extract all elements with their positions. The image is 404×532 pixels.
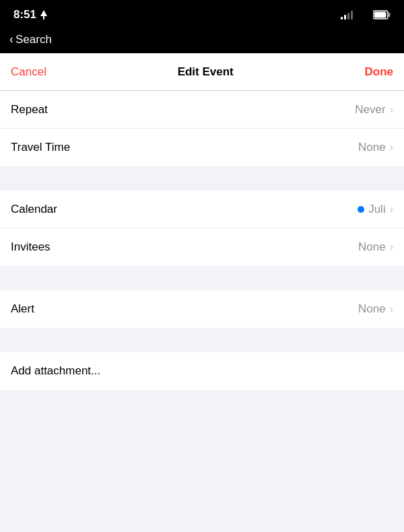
repeat-label: Repeat [11,103,48,117]
section-divider-2 [0,266,404,290]
repeat-chevron-icon: › [390,104,393,116]
calendar-chevron-icon: › [390,203,393,215]
alert-chevron-icon: › [390,303,393,315]
status-time: 8:51 [13,8,48,22]
svg-rect-1 [389,13,391,17]
repeat-value: Never › [355,103,393,117]
done-button[interactable]: Done [364,65,393,79]
alert-label: Alert [11,302,34,316]
section-alert: Alert None › [0,290,404,328]
section-divider-1 [0,166,404,191]
section-add-attachment: Add attachment... [0,352,404,390]
calendar-row[interactable]: Calendar Juli › [0,191,404,228]
alert-row[interactable]: Alert None › [0,290,404,328]
travel-time-label: Travel Time [11,141,70,154]
invitees-label: Invitees [11,240,50,254]
svg-rect-2 [374,12,386,18]
back-navigation[interactable]: ‹ Search [0,30,404,53]
signal-bars-icon [341,10,353,20]
section-calendar-invitees: Calendar Juli › Invitees None › [0,191,404,266]
invitees-row[interactable]: Invitees None › [0,228,404,266]
section-divider-3 [0,328,404,352]
back-label: Search [15,33,52,46]
status-icons [341,10,391,20]
cancel-button[interactable]: Cancel [11,65,46,79]
invitees-chevron-icon: › [390,241,393,253]
status-bar: 8:51 [0,0,404,30]
alert-value: None › [358,302,393,316]
travel-time-value: None › [358,141,393,154]
back-chevron-icon: ‹ [9,32,13,46]
calendar-value: Juli › [358,203,393,216]
travel-time-row[interactable]: Travel Time None › [0,129,404,166]
navigation-bar: Cancel Edit Event Done [0,53,404,91]
repeat-row[interactable]: Repeat Never › [0,91,404,129]
back-button[interactable]: ‹ Search [9,32,52,46]
section-repeat-travel: Repeat Never › Travel Time None › [0,91,404,166]
calendar-label: Calendar [11,203,57,216]
page-title: Edit Event [178,65,234,79]
invitees-value: None › [358,240,393,254]
add-attachment-label: Add attachment... [11,364,100,378]
calendar-color-dot [358,206,364,213]
navigation-icon [40,10,48,20]
add-attachment-row[interactable]: Add attachment... [0,352,404,390]
travel-time-chevron-icon: › [390,141,393,154]
battery-icon [373,10,391,20]
wifi-icon [357,10,369,20]
